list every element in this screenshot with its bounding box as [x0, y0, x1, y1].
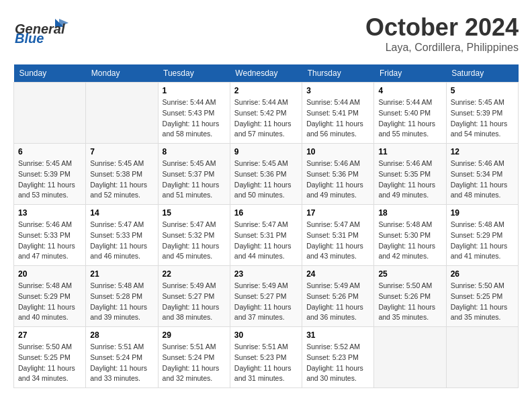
day-info: Sunrise: 5:50 AM Sunset: 5:26 PM Dayligh…	[378, 281, 441, 323]
day-info: Sunrise: 5:47 AM Sunset: 5:31 PM Dayligh…	[306, 220, 369, 262]
calendar-cell: 8Sunrise: 5:45 AM Sunset: 5:37 PM Daylig…	[158, 144, 230, 205]
month-title: October 2024	[365, 13, 519, 42]
weekday-header-thursday: Thursday	[302, 64, 374, 83]
day-number: 22	[163, 269, 226, 279]
calendar-table: SundayMondayTuesdayWednesdayThursdayFrid…	[13, 64, 519, 388]
week-row-3: 13Sunrise: 5:46 AM Sunset: 5:33 PM Dayli…	[14, 205, 519, 266]
day-number: 13	[18, 208, 81, 218]
day-info: Sunrise: 5:48 AM Sunset: 5:29 PM Dayligh…	[18, 281, 81, 323]
calendar-cell: 6Sunrise: 5:45 AM Sunset: 5:39 PM Daylig…	[14, 144, 86, 205]
calendar-cell: 27Sunrise: 5:50 AM Sunset: 5:25 PM Dayli…	[14, 327, 86, 388]
calendar-cell: 31Sunrise: 5:52 AM Sunset: 5:23 PM Dayli…	[302, 327, 374, 388]
day-number: 27	[18, 330, 81, 340]
day-number: 11	[378, 147, 441, 156]
day-number: 3	[306, 86, 369, 95]
day-info: Sunrise: 5:52 AM Sunset: 5:23 PM Dayligh…	[306, 342, 369, 384]
calendar-cell: 3Sunrise: 5:44 AM Sunset: 5:41 PM Daylig…	[302, 83, 374, 144]
weekday-header-wednesday: Wednesday	[230, 64, 302, 83]
day-info: Sunrise: 5:46 AM Sunset: 5:33 PM Dayligh…	[18, 220, 81, 262]
day-number: 29	[163, 330, 226, 340]
calendar-cell: 16Sunrise: 5:47 AM Sunset: 5:31 PM Dayli…	[230, 205, 302, 266]
weekday-header-saturday: Saturday	[446, 64, 518, 83]
day-number: 24	[306, 269, 369, 279]
day-number: 16	[234, 208, 298, 218]
calendar-cell: 25Sunrise: 5:50 AM Sunset: 5:26 PM Dayli…	[374, 266, 446, 327]
day-number: 19	[451, 208, 514, 218]
day-number: 23	[234, 269, 298, 279]
calendar-cell	[14, 83, 86, 144]
day-info: Sunrise: 5:45 AM Sunset: 5:39 PM Dayligh…	[451, 97, 514, 140]
calendar-cell: 28Sunrise: 5:51 AM Sunset: 5:24 PM Dayli…	[86, 327, 158, 388]
calendar-cell: 24Sunrise: 5:49 AM Sunset: 5:26 PM Dayli…	[302, 266, 374, 327]
day-info: Sunrise: 5:45 AM Sunset: 5:37 PM Dayligh…	[163, 158, 226, 201]
calendar-cell: 21Sunrise: 5:48 AM Sunset: 5:28 PM Dayli…	[86, 266, 158, 327]
day-info: Sunrise: 5:51 AM Sunset: 5:24 PM Dayligh…	[163, 342, 226, 384]
day-info: Sunrise: 5:46 AM Sunset: 5:35 PM Dayligh…	[378, 158, 441, 201]
day-number: 12	[451, 147, 514, 156]
calendar-cell: 18Sunrise: 5:48 AM Sunset: 5:30 PM Dayli…	[374, 205, 446, 266]
day-info: Sunrise: 5:50 AM Sunset: 5:25 PM Dayligh…	[451, 281, 514, 323]
day-number: 20	[18, 269, 81, 279]
day-info: Sunrise: 5:50 AM Sunset: 5:25 PM Dayligh…	[18, 342, 81, 384]
day-info: Sunrise: 5:44 AM Sunset: 5:40 PM Dayligh…	[378, 97, 441, 140]
weekday-header-sunday: Sunday	[14, 64, 86, 83]
day-number: 31	[306, 330, 369, 340]
week-row-5: 27Sunrise: 5:50 AM Sunset: 5:25 PM Dayli…	[14, 327, 519, 388]
week-row-4: 20Sunrise: 5:48 AM Sunset: 5:29 PM Dayli…	[14, 266, 519, 327]
day-info: Sunrise: 5:48 AM Sunset: 5:29 PM Dayligh…	[451, 220, 514, 262]
week-row-1: 1Sunrise: 5:44 AM Sunset: 5:43 PM Daylig…	[14, 83, 519, 144]
day-number: 8	[163, 147, 226, 156]
weekday-header-row: SundayMondayTuesdayWednesdayThursdayFrid…	[14, 64, 519, 83]
day-number: 7	[90, 147, 153, 156]
weekday-header-friday: Friday	[374, 64, 446, 83]
calendar-cell: 30Sunrise: 5:51 AM Sunset: 5:23 PM Dayli…	[230, 327, 302, 388]
day-info: Sunrise: 5:45 AM Sunset: 5:36 PM Dayligh…	[234, 158, 298, 201]
title-section: October 2024 Laya, Cordillera, Philippin…	[365, 13, 519, 54]
calendar-cell	[446, 327, 518, 388]
calendar-cell: 4Sunrise: 5:44 AM Sunset: 5:40 PM Daylig…	[374, 83, 446, 144]
day-number: 2	[234, 86, 298, 95]
day-info: Sunrise: 5:48 AM Sunset: 5:30 PM Dayligh…	[378, 220, 441, 262]
day-info: Sunrise: 5:44 AM Sunset: 5:41 PM Dayligh…	[306, 97, 369, 140]
calendar-cell: 11Sunrise: 5:46 AM Sunset: 5:35 PM Dayli…	[374, 144, 446, 205]
day-info: Sunrise: 5:48 AM Sunset: 5:28 PM Dayligh…	[90, 281, 153, 323]
calendar-cell: 1Sunrise: 5:44 AM Sunset: 5:43 PM Daylig…	[158, 83, 230, 144]
day-number: 6	[18, 147, 81, 156]
logo: General Blue	[13, 13, 74, 44]
location-title: Laya, Cordillera, Philippines	[365, 42, 519, 54]
calendar-cell: 20Sunrise: 5:48 AM Sunset: 5:29 PM Dayli…	[14, 266, 86, 327]
calendar-cell: 9Sunrise: 5:45 AM Sunset: 5:36 PM Daylig…	[230, 144, 302, 205]
day-info: Sunrise: 5:51 AM Sunset: 5:24 PM Dayligh…	[90, 342, 153, 384]
weekday-header-tuesday: Tuesday	[158, 64, 230, 83]
day-number: 26	[451, 269, 514, 279]
calendar-cell: 13Sunrise: 5:46 AM Sunset: 5:33 PM Dayli…	[14, 205, 86, 266]
day-info: Sunrise: 5:46 AM Sunset: 5:36 PM Dayligh…	[306, 158, 369, 201]
day-number: 14	[90, 208, 153, 218]
calendar-cell: 26Sunrise: 5:50 AM Sunset: 5:25 PM Dayli…	[446, 266, 518, 327]
day-number: 18	[378, 208, 441, 218]
day-info: Sunrise: 5:49 AM Sunset: 5:27 PM Dayligh…	[163, 281, 226, 323]
day-number: 30	[234, 330, 298, 340]
day-number: 15	[163, 208, 226, 218]
calendar-cell: 12Sunrise: 5:46 AM Sunset: 5:34 PM Dayli…	[446, 144, 518, 205]
day-number: 10	[306, 147, 369, 156]
calendar-cell: 5Sunrise: 5:45 AM Sunset: 5:39 PM Daylig…	[446, 83, 518, 144]
calendar-cell: 10Sunrise: 5:46 AM Sunset: 5:36 PM Dayli…	[302, 144, 374, 205]
calendar-cell: 17Sunrise: 5:47 AM Sunset: 5:31 PM Dayli…	[302, 205, 374, 266]
calendar-cell: 15Sunrise: 5:47 AM Sunset: 5:32 PM Dayli…	[158, 205, 230, 266]
calendar-cell: 22Sunrise: 5:49 AM Sunset: 5:27 PM Dayli…	[158, 266, 230, 327]
svg-text:Blue: Blue	[15, 31, 44, 44]
day-number: 21	[90, 269, 153, 279]
day-number: 4	[378, 86, 441, 95]
day-number: 5	[451, 86, 514, 95]
day-info: Sunrise: 5:44 AM Sunset: 5:42 PM Dayligh…	[234, 97, 298, 140]
day-number: 28	[90, 330, 153, 340]
calendar-cell: 7Sunrise: 5:45 AM Sunset: 5:38 PM Daylig…	[86, 144, 158, 205]
day-info: Sunrise: 5:46 AM Sunset: 5:34 PM Dayligh…	[451, 158, 514, 201]
day-info: Sunrise: 5:44 AM Sunset: 5:43 PM Dayligh…	[163, 97, 226, 140]
day-info: Sunrise: 5:47 AM Sunset: 5:32 PM Dayligh…	[163, 220, 226, 262]
day-info: Sunrise: 5:49 AM Sunset: 5:27 PM Dayligh…	[234, 281, 298, 323]
day-number: 25	[378, 269, 441, 279]
calendar-cell: 2Sunrise: 5:44 AM Sunset: 5:42 PM Daylig…	[230, 83, 302, 144]
day-info: Sunrise: 5:49 AM Sunset: 5:26 PM Dayligh…	[306, 281, 369, 323]
